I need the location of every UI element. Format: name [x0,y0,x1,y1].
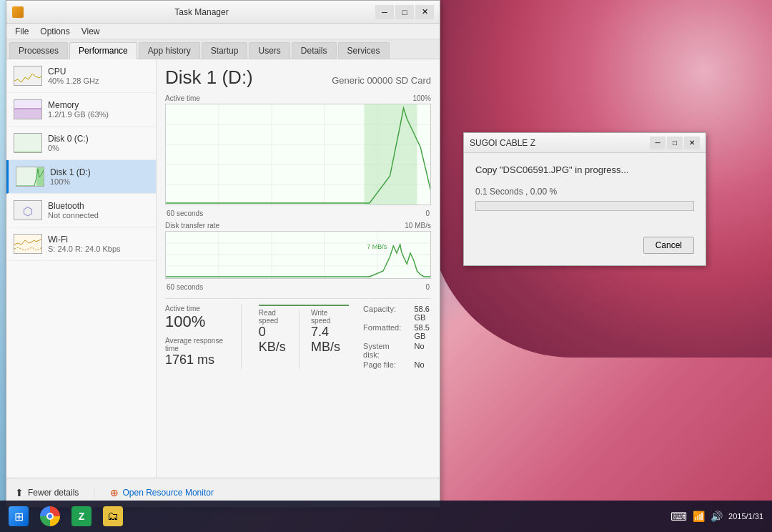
active-time-value: 100% [165,312,224,331]
system-disk-label: System disk: [363,342,402,359]
chart2-svg: 7 MB/s [166,232,430,278]
chart2-bottom-right: 0 [425,283,430,291]
active-time-label: Active time [165,305,224,312]
disk0-value: 0% [48,144,149,152]
tab-users[interactable]: Users [249,42,290,59]
formatted-label: Formatted: [363,323,402,332]
read-speed-label: Read speed [259,309,287,325]
volume-icon: 🔊 [711,511,723,522]
menu-view[interactable]: View [76,25,106,38]
disk-header: Disk 1 (D:) Generic 00000 SD Card [165,66,431,89]
windows-logo: ⊞ [14,510,24,523]
chart2-container: Disk transfer rate 10 MB/s [165,222,431,291]
chart2-label-row: Disk transfer rate 10 MB/s [165,222,431,230]
disk0-chart-svg [14,134,42,153]
sidebar-item-disk1[interactable]: Disk 1 (D:) 100% [6,160,156,194]
chart2-bottom-left: 60 seconds [167,283,203,291]
sidebar-item-cpu[interactable]: CPU 40% 1.28 GHz [6,59,156,93]
chart2: 7 MB/s [165,231,431,279]
avg-response-group: Average response time 1761 ms [165,337,224,368]
fewer-details-label: Fewer details [28,488,79,498]
open-resource-monitor-button[interactable]: ⊕ Open Resource Monitor [110,487,214,498]
monitor-icon: ⊕ [110,487,119,498]
sugoi-content: Copy "DSC06591.JPG" in progress... 0.1 S… [464,153,706,234]
sugoi-copy-text: Copy "DSC06591.JPG" in progress... [475,164,694,175]
stats-speeds: Read speed 0 KB/s Write speed 7.4 MB/s [259,305,349,369]
svg-text:⬡: ⬡ [23,205,33,217]
fewer-details-button[interactable]: ⬆ Fewer details [15,487,79,498]
sugoi-taskbar-button[interactable]: Z [66,502,97,531]
maximize-button[interactable]: □ [395,5,414,19]
tab-services[interactable]: Services [338,42,390,59]
chart1 [165,104,431,205]
bluetooth-label: Bluetooth [48,201,149,211]
menu-file[interactable]: File [9,25,34,38]
footer-separator: | [93,488,95,498]
memory-text: Memory 1.2/1.9 GB (63%) [48,100,149,119]
chart1-bottom-labels: 60 seconds 0 [165,208,431,217]
explorer-button[interactable]: 🗂 [97,502,129,531]
progress-bar [475,201,694,211]
tab-processes[interactable]: Processes [9,42,68,59]
disk1-label: Disk 1 (D:) [50,167,149,177]
write-speed-label: Write speed [311,309,349,325]
chart1-top-right: 100% [412,94,431,102]
chrome-icon [40,506,60,526]
sugoi-titlebar: SUGOI CABLE Z ─ □ ✕ [464,133,706,153]
disk0-text: Disk 0 (C:) 0% [48,134,149,152]
menu-options[interactable]: Options [34,25,75,38]
tab-performance[interactable]: Performance [69,42,137,59]
wifi-value: S: 24.0 R: 24.0 Kbps [48,245,149,253]
cpu-mini-chart-container [14,65,42,87]
write-speed-group: Write speed 7.4 MB/s [300,309,349,369]
sidebar-item-bluetooth[interactable]: ⬡ Bluetooth Not connected [6,194,156,227]
page-file-value: No [414,360,431,369]
bluetooth-mini-chart: ⬡ [14,200,42,220]
disk1-value: 100% [50,177,149,186]
chrome-button[interactable] [34,502,66,531]
sugoi-minimize-button[interactable]: ─ [650,137,665,149]
desktop: Task Manager ─ □ ✕ File Options View Pro… [0,0,772,532]
tab-startup[interactable]: Startup [202,42,248,59]
window-controls: ─ □ ✕ [375,5,434,19]
start-button[interactable]: ⊞ [3,502,34,531]
read-speed-group: Read speed 0 KB/s [259,309,300,369]
sugoi-taskbar-icon: Z [71,506,91,526]
memory-label: Memory [48,100,149,110]
task-manager-window: Task Manager ─ □ ✕ File Options View Pro… [6,0,440,508]
read-speed-value: 0 KB/s [259,325,287,355]
stats-right: Capacity: 58.6 GB Formatted: 58.5 GB Sys… [363,305,431,369]
sugoi-dialog: SUGOI CABLE Z ─ □ ✕ Copy "DSC06591.JPG" … [463,132,706,266]
sugoi-close-button[interactable]: ✕ [684,137,700,149]
disk-subtitle: Generic 00000 SD Card [332,75,431,86]
keyboard-icon: ⌨ [670,510,687,523]
tabs-bar: Processes Performance App history Startu… [6,39,440,59]
bluetooth-mini-chart-container: ⬡ [14,200,42,221]
memory-chart-svg [14,100,42,119]
sugoi-controls: ─ □ ✕ [650,137,700,149]
taskbar-date: 2015/1/31 [728,512,763,521]
wifi-text: Wi-Fi S: 24.0 R: 24.0 Kbps [48,235,149,253]
tab-details[interactable]: Details [292,42,337,59]
active-time-group: Active time 100% [165,305,224,331]
chart1-label-row: Active time 100% [165,94,431,102]
disk-title: Disk 1 (D:) [165,66,253,89]
minimize-button[interactable]: ─ [375,5,394,19]
menu-bar: File Options View [6,24,440,39]
cpu-text: CPU 40% 1.28 GHz [48,66,149,85]
tab-app-history[interactable]: App history [139,42,200,59]
chart1-bottom-left: 60 seconds [167,210,203,217]
disk1-mini-chart [16,167,44,187]
start-icon: ⊞ [9,506,29,526]
sidebar-item-wifi[interactable]: Wi-Fi S: 24.0 R: 24.0 Kbps [6,227,156,261]
close-button[interactable]: ✕ [415,5,434,19]
formatted-value: 58.5 GB [414,323,431,340]
cpu-mini-chart [14,66,42,86]
sugoi-maximize-button[interactable]: □ [667,137,683,149]
disk0-mini-chart-container [14,132,42,154]
cancel-button[interactable]: Cancel [643,237,694,254]
avg-response-label: Average response time [165,337,224,353]
sidebar-item-disk0[interactable]: Disk 0 (C:) 0% [6,127,156,160]
sidebar-item-memory[interactable]: Memory 1.2/1.9 GB (63%) [6,93,156,127]
svg-text:7 MB/s: 7 MB/s [367,243,387,250]
